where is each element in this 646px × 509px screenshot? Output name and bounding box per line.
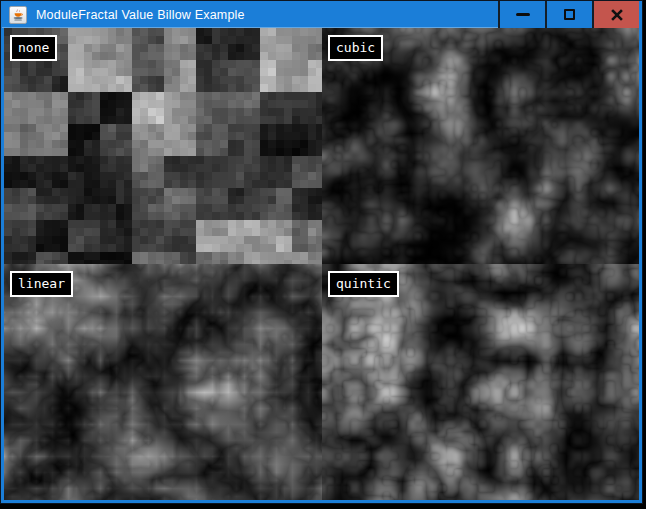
- panel-quintic: quintic: [322, 264, 639, 500]
- panel-none: none: [4, 28, 322, 264]
- noise-grid: none cubic linear quintic: [4, 28, 639, 500]
- maximize-icon: [564, 9, 575, 20]
- noise-canvas-cubic: [322, 28, 639, 264]
- noise-canvas-quintic: [322, 264, 639, 500]
- maximize-button[interactable]: [547, 1, 592, 28]
- java-icon[interactable]: [9, 6, 27, 24]
- app-window: ModuleFractal Value Billow Example none …: [0, 0, 643, 504]
- close-icon: [611, 9, 623, 21]
- window-title: ModuleFractal Value Billow Example: [36, 8, 498, 22]
- window-controls: [498, 1, 639, 28]
- panel-label-cubic: cubic: [328, 35, 383, 61]
- minimize-icon: [516, 13, 530, 16]
- minimize-button[interactable]: [500, 1, 545, 28]
- panel-cubic: cubic: [322, 28, 639, 264]
- panel-label-quintic: quintic: [328, 271, 399, 297]
- panel-label-none: none: [10, 35, 57, 61]
- java-coffee-cup-icon: [11, 8, 25, 22]
- noise-canvas-none: [4, 28, 322, 264]
- panel-label-linear: linear: [10, 271, 73, 297]
- panel-linear: linear: [4, 264, 322, 500]
- noise-canvas-linear: [4, 264, 322, 500]
- close-button[interactable]: [594, 1, 639, 28]
- title-bar[interactable]: ModuleFractal Value Billow Example: [4, 1, 639, 28]
